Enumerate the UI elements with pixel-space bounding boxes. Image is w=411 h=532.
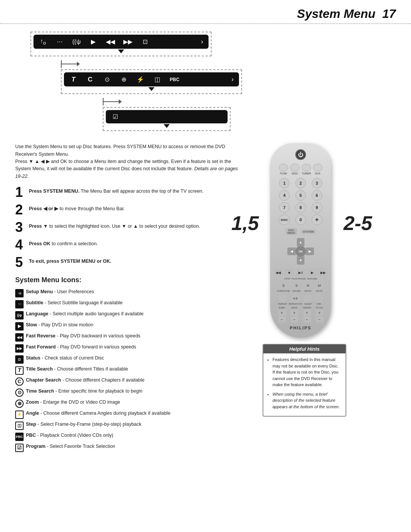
- repeat-row: REPEAT A-B REPEAT A-B SLEEP DIM: [274, 294, 327, 305]
- sound-btn[interactable]: S: [292, 281, 301, 290]
- bar2-arrow-right: ›: [231, 75, 234, 83]
- step-1: 1 Press SYSTEM MENU. The Menu Bar will a…: [15, 185, 240, 199]
- src-btn-tuner-circle: [302, 164, 311, 171]
- src-btn-tvav-label: TV/AV: [280, 172, 287, 175]
- transport-labels: STOP PLAY/PAUSE RESUME: [284, 278, 317, 280]
- helpful-hint-2: When using the menu, a brief description…: [272, 391, 342, 410]
- transport-rew[interactable]: ◀◀: [274, 268, 283, 277]
- number-grid: 1 2 3 4 5 6 7 8 9 DISC 0 +: [274, 178, 327, 225]
- nav-down-btn[interactable]: ▼: [297, 256, 304, 265]
- center-controls: DISCMENU SYSTEM ▲ ▼ ◀ ▶ OK: [274, 228, 327, 266]
- remote-container: 1,5 2-5 ⏻ TV/AV DISC: [247, 143, 354, 338]
- disc-menu-row: DISCMENU SYSTEM: [285, 228, 315, 235]
- bar1-icon-lang: ((ψ: [72, 38, 81, 45]
- step-5-number: 5: [15, 256, 26, 269]
- vol-center: CENTER + −: [301, 307, 312, 323]
- src-btn-disc-circle: [290, 164, 299, 171]
- step-3-number: 3: [15, 220, 26, 234]
- stop-btn[interactable]: ■: [284, 268, 294, 277]
- night-btn[interactable]: N: [303, 281, 313, 290]
- transport-row: ◀◀ ■ ▶II ▶ STOP PLAY/PAUSE RESUME: [274, 268, 327, 280]
- num-btn-8[interactable]: 8: [295, 202, 306, 213]
- resume-btn[interactable]: ▶: [307, 268, 317, 277]
- icon-item-title: T Title Search - Choose different Titles…: [15, 366, 240, 375]
- vol-center-label: CENTER: [303, 307, 311, 309]
- vol-subw-minus[interactable]: −: [278, 316, 286, 323]
- num-btn-6[interactable]: 6: [312, 190, 322, 201]
- vol-subw-plus[interactable]: +: [278, 310, 286, 316]
- num-btn-plus[interactable]: +: [312, 214, 322, 225]
- right-content: 1,5 2-5 ⏻ TV/AV DISC: [247, 143, 354, 454]
- repeat-btn[interactable]: [278, 294, 287, 303]
- vol-rear-plus[interactable]: +: [291, 310, 298, 316]
- sleep-btn[interactable]: [303, 294, 312, 303]
- disc-menu-btn[interactable]: DISCMENU: [285, 228, 297, 235]
- surround-btn[interactable]: S: [279, 281, 288, 290]
- bar2-icon-zoom: ⊕: [119, 76, 128, 83]
- transport-section: ◀◀ ■ ▶II ▶ STOP PLAY/PAUSE RESUME: [274, 268, 327, 280]
- vol-center-minus[interactable]: −: [303, 316, 311, 323]
- icon-badge-subtitle: ⋯: [15, 300, 24, 308]
- steps-list: 1 Press SYSTEM MENU. The Menu Bar will a…: [15, 185, 240, 269]
- system-btn[interactable]: SYSTEM: [301, 230, 316, 234]
- num-btn-3[interactable]: 3: [312, 178, 322, 189]
- nav-left-btn[interactable]: ◀: [287, 248, 296, 255]
- vol-tvvol-minus[interactable]: −: [316, 316, 323, 323]
- step-4-text: Press OK to confirm a selection.: [29, 238, 98, 248]
- bar2-dashed: T C ⊙ ⊕ ⚡ ◫ PBC ›: [61, 69, 242, 94]
- num-btn-1[interactable]: 1: [279, 178, 290, 189]
- playpause-btn[interactable]: ▶II: [296, 268, 306, 277]
- src-btn-tvav[interactable]: TV/AV: [279, 164, 288, 175]
- sound-row: S SURROUND S SOUND N NIGHT M MUTE: [274, 281, 327, 292]
- step-1-text: Press SYSTEM MENU. The Menu Bar will app…: [29, 185, 204, 195]
- src-btn-disc[interactable]: DISC: [290, 164, 299, 175]
- bar1-icon-setup: ↑o: [39, 38, 47, 46]
- icon-desc-chapter: Chapter Search - Choose different Chapte…: [26, 377, 145, 384]
- vol-tvvol-plus[interactable]: +: [316, 310, 323, 316]
- sleep-label: SLEEP: [304, 303, 312, 305]
- bar2-icon-step: ◫: [153, 76, 161, 83]
- step-2-text: Press ◀ or ▶ to move through the Menu Ba…: [29, 203, 125, 212]
- bar3: ☑: [106, 110, 228, 123]
- icon-desc-status: Status - Check status of current Disc: [26, 355, 104, 362]
- icon-desc-setup: Setup Menu - User Preferences: [26, 289, 94, 296]
- icon-item-angle: ⚡ Angle - Choose different Camera Angles…: [15, 410, 240, 419]
- src-btn-aux[interactable]: AUX: [313, 164, 322, 175]
- src-btn-disc-label: DISC: [292, 172, 298, 175]
- vol-rear-minus[interactable]: −: [291, 316, 298, 323]
- philips-logo: PHILIPS: [274, 326, 327, 330]
- num-btn-4[interactable]: 4: [279, 190, 290, 201]
- power-icon: ⏻: [298, 152, 303, 158]
- num-btn-0[interactable]: 0: [295, 214, 306, 225]
- num-btn-7[interactable]: 7: [279, 202, 290, 213]
- icon-badge-setup: ↑o: [15, 289, 24, 297]
- num-btn-2[interactable]: 2: [295, 178, 306, 189]
- transport-ff[interactable]: ▶▶: [319, 268, 327, 277]
- icon-desc-pbc: PBC - Playback Control (Video CDs only): [26, 432, 113, 439]
- num-btn-disc[interactable]: DISC: [279, 214, 290, 225]
- nav-right-btn[interactable]: ▶: [306, 248, 314, 255]
- icon-desc-time: Time Search - Enter specific time for pl…: [26, 388, 142, 395]
- src-btn-aux-circle: [313, 164, 322, 171]
- bar1-wrapper: ↑o ⋯ ((ψ ▶ ◀◀ ▶▶ ⊡ ›: [30, 32, 400, 56]
- night-label: NIGHT: [304, 290, 312, 292]
- power-button[interactable]: ⏻: [295, 149, 306, 160]
- ok-btn[interactable]: OK: [295, 246, 306, 257]
- bar2-down-arrow: [64, 87, 239, 91]
- icon-desc-angle: Angle - Choose different Camera Angles d…: [26, 410, 170, 417]
- src-btn-tuner[interactable]: TUNER: [302, 164, 311, 175]
- resume-label: RESUME: [307, 278, 317, 280]
- dim-btn[interactable]: [314, 294, 323, 303]
- nav-up-btn[interactable]: ▲: [297, 238, 304, 246]
- num-btn-9[interactable]: 9: [312, 202, 322, 213]
- vol-center-plus[interactable]: +: [303, 310, 311, 316]
- helpful-hints-title: Helpful Hints: [263, 345, 346, 353]
- mute-btn[interactable]: M: [314, 281, 324, 290]
- source-buttons-row: TV/AV DISC TUNER AUX: [274, 164, 327, 175]
- num-btn-5[interactable]: 5: [295, 190, 306, 201]
- repeat-ab-btn[interactable]: A-B: [291, 294, 300, 303]
- surround-label: SURROUND: [277, 290, 290, 292]
- helpful-hint-1-text: Features described in this manual may no…: [272, 357, 339, 387]
- icon-desc-language: Language - Select multiple audio languag…: [26, 311, 143, 318]
- icon-item-time: ⊙ Time Search - Enter specific time for …: [15, 388, 240, 397]
